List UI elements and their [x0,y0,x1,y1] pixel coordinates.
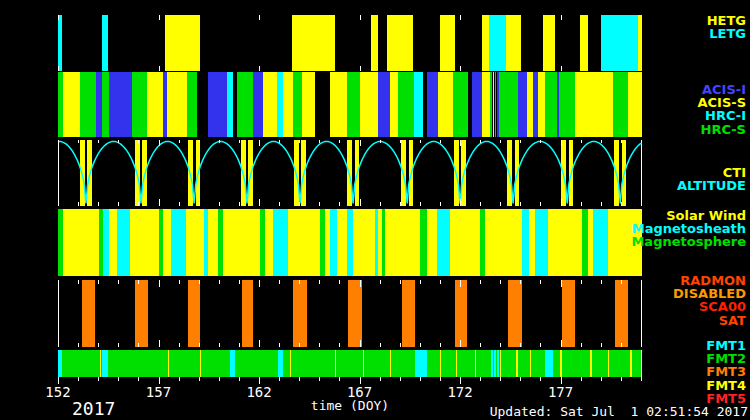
tick-mark [179,140,180,143]
segment [420,209,427,276]
tick-mark [339,202,340,206]
labels-telemetry-format: FMT1FMT2FMT3FMT4FMT5 [706,339,746,405]
segment [543,15,555,71]
tick-mark [380,343,381,347]
tick-mark [159,66,160,71]
segment [580,15,588,71]
x-axis-tick [360,377,361,384]
x-axis-tick [480,377,481,381]
segment [58,350,62,377]
segment [427,72,438,137]
segment [230,350,235,377]
tick-mark [319,140,320,143]
segment [437,209,450,276]
tick-mark [239,202,240,206]
segment [335,350,336,377]
segment [242,280,253,347]
tick-mark [520,202,521,206]
segment [330,209,337,276]
segment [497,350,499,377]
tick-mark [279,202,280,206]
segment [499,72,518,137]
tick-mark [420,280,421,284]
segment [58,15,62,71]
segment [440,15,455,71]
segment [475,350,476,377]
x-axis-tick [440,377,441,381]
radmon-left-axis-line [58,280,59,347]
band-instruments [58,72,642,137]
segment [168,350,169,377]
segment [450,209,480,276]
tick-mark [561,15,562,20]
updated-timestamp: Updated: Sat Jul 1 02:51:54 2017 [490,404,748,419]
tick-mark [118,280,119,284]
segment [186,209,204,276]
tick-mark [159,140,160,146]
band-label-fmt4: FMT4 [706,379,746,392]
x-axis-tick [279,377,280,381]
tick-mark [380,202,381,206]
band-telemetry-format [58,350,642,377]
segment [132,72,147,137]
x-axis-tick [581,377,582,381]
tick-mark [400,343,401,347]
tick-mark [520,280,521,284]
x-axis-tick [259,377,260,384]
segment [293,280,307,347]
band-label-hrc-i: HRC-I [697,109,746,122]
tick-mark [360,280,361,287]
tick-mark [78,202,79,206]
x-axis-tick [420,377,421,381]
segment [398,72,414,137]
segment [385,209,420,276]
segment [292,15,335,71]
segment [491,350,493,377]
tick-mark [400,140,401,143]
tick-mark [299,202,300,206]
segment [402,280,415,347]
segment [102,15,108,71]
labels-gratings: HETGLETG [707,14,746,40]
segment [548,209,582,276]
tick-mark [219,343,220,347]
x-axis-tick [601,377,602,381]
segment [638,15,642,71]
segment [265,209,273,276]
segment [223,209,260,276]
tick-mark [58,140,59,146]
tick-mark [339,140,340,143]
band-space-weather [58,209,642,276]
segment [456,350,457,377]
segment [353,209,375,276]
x-axis-tick [540,377,541,381]
tick-mark [78,280,79,284]
segment [109,72,132,137]
segment [80,72,96,137]
segment [489,15,506,71]
tick-mark [179,202,180,206]
segment [440,350,441,377]
segment [601,15,638,71]
tick-mark [581,140,582,143]
tick-mark [339,280,340,284]
segment [288,209,320,276]
tick-mark [641,140,642,143]
tick-mark [601,202,602,206]
segment [237,72,253,137]
tick-mark [440,280,441,284]
tick-mark [179,280,180,284]
tick-mark [319,202,320,206]
segment [482,72,490,137]
tick-mark [259,199,260,206]
tick-mark [58,340,59,347]
tick-mark [360,140,361,146]
tick-mark [239,280,240,284]
segment [187,72,197,137]
segment [438,72,453,137]
segment [167,72,187,137]
segment [562,280,575,347]
band-radmon [58,280,642,347]
segment [102,72,109,137]
tick-mark [219,140,220,143]
